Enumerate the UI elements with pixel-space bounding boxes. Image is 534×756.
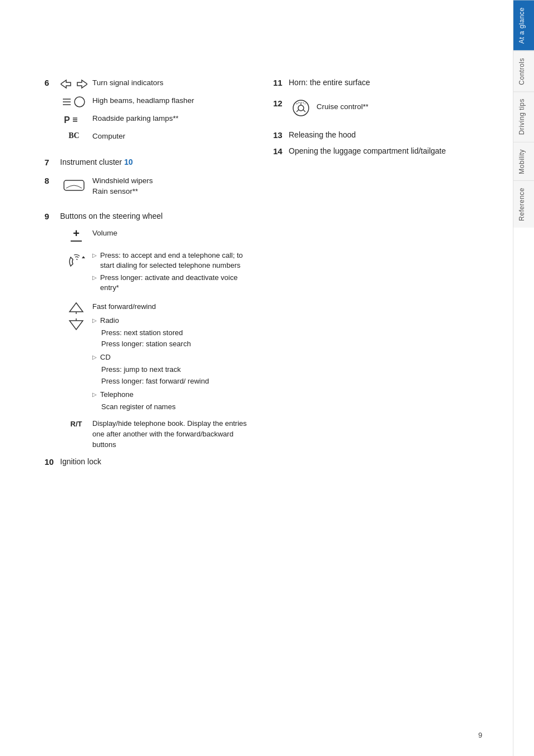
section-10-title: Ignition lock [60,457,101,466]
cd-sub-2: Press longer: fast forward/ rewind [101,376,251,386]
svg-point-5 [75,97,85,107]
section-10-num: 10 [44,457,60,467]
sidebar-tab-at-a-glance[interactable]: At a glance [513,0,535,51]
section-10-content: Ignition lock [60,457,251,466]
svg-marker-0 [61,80,71,88]
parking-text: Roadside parking lamps** [92,114,251,124]
section-6-content: Turn signal indicators [60,78,251,148]
section-13-content: Releasing the hood [289,130,479,139]
section-8-num: 8 [44,176,60,185]
section-8: 8 Win [44,176,251,203]
section-9: 9 Buttons on the steering wheel + Volume [44,212,251,450]
radio-sub-1: Press: next station stored [101,328,251,338]
icon-row-turn-signal: Turn signal indicators [60,78,251,90]
section-14-content: Opening the luggage compartment lid/tail… [289,146,479,155]
section-9-title: Buttons on the steering wheel [60,212,251,220]
radio-item: ▷ Radio [92,316,251,326]
section-13-title: Releasing the hood [289,130,356,139]
section-11-content: Horn: the entire surface [289,78,479,87]
section-12-content: Cruise control** [289,99,479,119]
section-14-title: Opening the luggage compartment lid/tail… [289,146,446,155]
ff-row: Fast forward/rewind ▷ Radio Press: next … [60,302,251,416]
section-7-content: Instrument cluster 10 [60,158,251,166]
wiper-icon [60,176,92,194]
section-6-num: 6 [44,78,60,87]
icon-row-bc: BC Computer [60,131,251,142]
svg-marker-14 [70,321,83,330]
svg-marker-1 [77,80,87,88]
section-8-content: Windshield wipers Rain sensor** [60,176,251,203]
high-beam-icon [60,96,92,108]
icon-row-high-beam: High beams, headlamp flasher [60,96,251,108]
tel-item: ▷ Telephone [92,390,251,400]
section-11-num: 11 [273,78,289,87]
svg-marker-12 [70,303,83,312]
radio-sub-2: Press longer: station search [101,339,251,349]
rt-text: Display/hide telephone book. Display the… [92,419,251,450]
phone-icon-row: ▷ Press: to accept and end a telephone c… [60,251,251,296]
section-10: 10 Ignition lock [44,457,251,467]
section-11-title: Horn: the entire surface [289,78,370,87]
icon-row-parking: P Roadside parking lamps** [60,114,251,126]
page-container: 6 Turn s [0,0,534,756]
parking-star: * [176,115,179,122]
phone-bullet-2: ▷ Press longer: activate and deactivate … [92,273,251,293]
section-11: 11 Horn: the entire surface [273,78,479,87]
sidebar-tab-mobility[interactable]: Mobility [513,142,535,181]
section-9-content: Buttons on the steering wheel + Volume [60,212,251,450]
phone-steering-icon [60,251,92,271]
volume-row: + Volume [60,226,251,243]
ff-content: Fast forward/rewind ▷ Radio Press: next … [92,302,251,416]
icon-row-wiper: Windshield wipers Rain sensor** [60,176,251,197]
svg-line-20 [296,110,299,112]
high-beam-text: High beams, headlamp flasher [92,96,251,106]
section-9-num: 9 [44,212,60,221]
page-number: 9 [478,731,482,739]
sidebar-tab-driving-tips[interactable]: Driving tips [513,91,535,141]
left-column: 6 Turn s [44,78,251,477]
svg-text:P: P [64,115,70,125]
sidebar: At a glance Controls Driving tips Mobili… [513,0,534,756]
section-12: 12 [273,99,479,119]
ff-icons [60,302,92,331]
volume-icon: + [60,226,92,243]
cd-sub-1: Press: jump to next track [101,365,251,375]
bc-icon: BC [60,131,92,140]
two-col-layout: 6 Turn s [44,78,479,477]
rt-row: R/T Display/hide telephone book. Display… [60,419,251,450]
cd-item: ▷ CD [92,352,251,362]
svg-line-19 [303,110,305,112]
section-7-num: 7 [44,158,60,167]
main-content: 6 Turn s [0,0,513,756]
svg-point-17 [298,105,304,111]
section-6: 6 Turn s [44,78,251,148]
section-7: 7 Instrument cluster 10 [44,158,251,167]
cruise-label: Cruise control** [317,102,479,112]
cruise-icon [289,99,317,119]
phone-bullet-1: ▷ Press: to accept and end a telephone c… [92,251,251,271]
section-14: 14 Opening the luggage compartment lid/t… [273,146,479,156]
sidebar-tab-controls[interactable]: Controls [513,51,535,92]
sidebar-tab-reference[interactable]: Reference [513,180,535,228]
bc-text: Computer [92,131,251,142]
volume-label: Volume [92,228,251,243]
wiper-text: Windshield wipers Rain sensor** [92,176,251,197]
section-12-num: 12 [273,99,289,108]
section-13-num: 13 [273,130,289,140]
turn-signal-icon [60,78,92,90]
tel-sub-1: Scan register of names [101,402,251,412]
section-7-title: Instrument cluster 10 [60,158,133,166]
svg-marker-11 [82,256,85,258]
turn-signal-text: Turn signal indicators [92,78,251,89]
parking-icon: P [60,114,92,126]
rt-icon-cell: R/T [60,419,92,428]
ff-label: Fast forward/rewind [92,302,251,312]
right-column: 11 Horn: the entire surface 12 [273,78,479,477]
section-14-num: 14 [273,146,289,156]
phone-bullets-list: ▷ Press: to accept and end a telephone c… [92,251,251,296]
cruise-icon-row: Cruise control** [289,99,479,119]
section-13: 13 Releasing the hood [273,130,479,140]
